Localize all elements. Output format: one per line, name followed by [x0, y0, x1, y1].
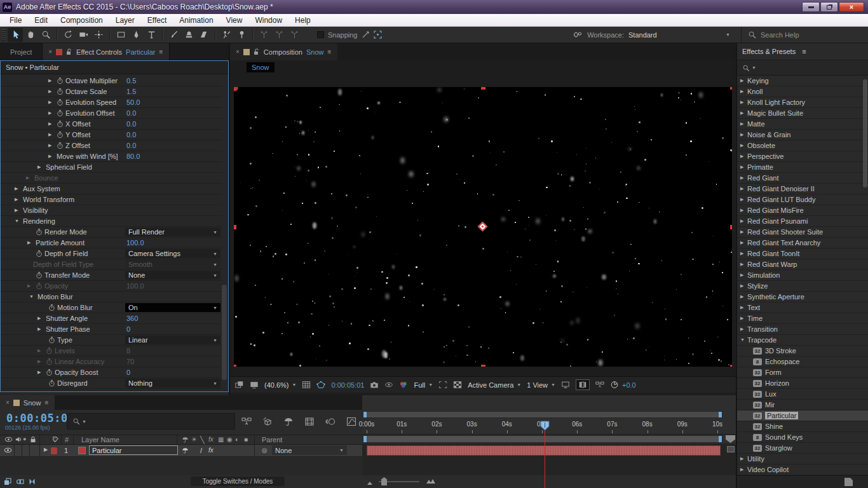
lock-icon[interactable] — [66, 48, 72, 55]
menu-edit[interactable]: Edit — [29, 15, 53, 26]
effects-item-stylize[interactable]: ▶Stylize — [737, 281, 868, 292]
menu-animation[interactable]: Animation — [173, 15, 219, 26]
stopwatch-icon[interactable] — [57, 120, 64, 128]
selection-tool-icon[interactable] — [8, 28, 23, 42]
navigator-start-handle[interactable] — [363, 412, 367, 417]
effects-item-perspective[interactable]: ▶Perspective — [737, 151, 868, 162]
hand-tool-icon[interactable] — [23, 28, 38, 42]
effect-param-shutter-phase[interactable]: ▶Shutter Phase0 — [1, 324, 222, 335]
expand-layer-arrow[interactable]: ▶ — [44, 447, 48, 452]
effect-param-rendering[interactable]: ▼Rendering — [1, 216, 222, 227]
rotation-tool-icon[interactable] — [60, 28, 76, 42]
share-view-icon[interactable] — [561, 381, 570, 389]
param-value[interactable]: 0.0 — [126, 131, 136, 139]
channel-icon[interactable] — [399, 381, 408, 389]
effects-item-red-giant-denoiser-ii[interactable]: ▶Red Giant Denoiser II — [737, 184, 868, 194]
timeline-search-field[interactable]: ▼ — [67, 413, 235, 430]
zoom-slider-handle[interactable] — [381, 477, 387, 485]
collapse-arrow-icon[interactable]: ▼ — [740, 337, 745, 342]
view-camera-dropdown[interactable]: Active Camera▼ — [468, 381, 521, 389]
effect-param-depth-of-field[interactable]: Depth of FieldCamera Settings▼ — [1, 248, 222, 259]
param-value[interactable]: 0.0 — [126, 109, 136, 117]
pixel-aspect-icon[interactable] — [578, 381, 587, 389]
expand-arrow-icon[interactable]: ▶ — [740, 143, 743, 148]
effects-item-red-giant-shooter-suite[interactable]: ▶Red Giant Shooter Suite — [737, 227, 868, 238]
effects-item-noise-grain[interactable]: ▶Noise & Grain — [737, 130, 868, 140]
stopwatch-icon[interactable] — [36, 228, 43, 236]
expand-arrow-icon[interactable]: ▶ — [740, 165, 743, 170]
effects-item-red-giant-toonit[interactable]: ▶Red Giant ToonIt — [737, 248, 868, 259]
param-dropdown[interactable]: Linear▼ — [125, 336, 220, 344]
expand-inout-pane-icon[interactable] — [28, 478, 36, 485]
brush-tool-icon[interactable] — [166, 28, 181, 42]
layer-duration-bar[interactable] — [367, 445, 721, 456]
close-button[interactable]: × — [839, 2, 864, 12]
effects-item-synthetic-aperture[interactable]: ▶Synthetic Aperture — [737, 292, 868, 302]
effects-item-red-giant-text-anarchy[interactable]: ▶Red Giant Text Anarchy — [737, 238, 868, 248]
effects-item-primatte[interactable]: ▶Primatte — [737, 162, 868, 173]
effects-item-starglow[interactable]: 32Starglow — [737, 443, 868, 454]
local-axis-mode-icon[interactable] — [256, 28, 271, 42]
effects-item-red-giant-misfire[interactable]: ▶Red Giant MisFire — [737, 205, 868, 216]
expand-transfer-pane-icon[interactable] — [16, 478, 24, 485]
expand-arrow-icon[interactable]: ▶ — [27, 283, 31, 288]
motion-blur-icon[interactable] — [325, 417, 336, 426]
expand-arrow-icon[interactable]: ▶ — [37, 327, 41, 332]
param-value[interactable]: 0 — [126, 369, 130, 376]
expand-arrow-icon[interactable]: ▶ — [740, 154, 743, 159]
expand-arrow-icon[interactable]: ▶ — [740, 456, 743, 461]
effect-param-y-offset[interactable]: ▶Y Offset0.0 — [1, 130, 222, 140]
menu-window[interactable]: Window — [249, 15, 288, 26]
layer-label-chip[interactable] — [51, 447, 57, 454]
stopwatch-icon[interactable] — [48, 379, 55, 387]
expand-arrow-icon[interactable]: ▶ — [740, 197, 743, 202]
param-dropdown[interactable]: On▼ — [125, 303, 220, 312]
resolution-dropdown[interactable]: Full▼ — [414, 381, 433, 389]
effects-item-horizon[interactable]: 32Horizon — [737, 378, 868, 389]
expand-arrow-icon[interactable]: ▶ — [27, 240, 31, 245]
expand-arrow-icon[interactable]: ▶ — [740, 316, 743, 321]
layer-fx-toggle[interactable]: fx — [208, 447, 214, 454]
effect-param-aux-system[interactable]: ▶Aux System — [1, 184, 222, 194]
effects-item-trapcode[interactable]: ▼Trapcode — [737, 335, 868, 346]
effect-param-linear-accuracy[interactable]: ▶Linear Accuracy70 — [1, 356, 222, 367]
zoom-in-mountain-icon[interactable] — [426, 478, 436, 484]
time-navigator-bar[interactable] — [363, 411, 722, 418]
effects-item-knoll[interactable]: ▶Knoll — [737, 86, 868, 97]
stopwatch-icon[interactable] — [57, 142, 64, 149]
effect-param-shutter-angle[interactable]: ▶Shutter Angle360 — [1, 313, 222, 324]
stopwatch-icon[interactable] — [57, 98, 64, 106]
new-preset-icon[interactable] — [844, 478, 853, 486]
layer-handle[interactable] — [730, 87, 733, 90]
layer-row[interactable]: ▶ 1 Particular / fx ◎ None ▼ — [0, 445, 362, 457]
effects-scrollbar[interactable] — [863, 79, 867, 187]
effect-param-move-with-wind-[interactable]: ▶Move with Wind [%]80.0 — [1, 151, 222, 162]
effects-item-red-giant-psunami[interactable]: ▶Red Giant Psunami — [737, 216, 868, 227]
tab-timeline-snow[interactable]: × Snow ≡ — [0, 395, 55, 410]
param-value[interactable]: 0.0 — [126, 120, 136, 128]
pen-tool-icon[interactable] — [128, 28, 144, 42]
show-snapshot-icon[interactable] — [384, 381, 393, 389]
expand-arrow-icon[interactable]: ▶ — [37, 370, 41, 375]
effect-param-visibility[interactable]: ▶Visibility — [1, 205, 222, 216]
param-value[interactable]: 0 — [126, 325, 130, 333]
effect-param-world-transform[interactable]: ▶World Transform — [1, 194, 222, 205]
expand-arrow-icon[interactable]: ▶ — [15, 186, 18, 191]
comp-mini-flowchart-icon[interactable] — [241, 417, 252, 426]
effect-param-x-offset[interactable]: ▶X Offset0.0 — [1, 119, 222, 130]
param-dropdown[interactable]: Smooth▼ — [125, 260, 220, 269]
shape-tool-icon[interactable] — [113, 28, 128, 42]
expand-arrow-icon[interactable]: ▶ — [37, 348, 41, 353]
comp-marker-bin[interactable] — [726, 435, 735, 443]
stopwatch-icon[interactable] — [57, 88, 64, 95]
roi-icon[interactable] — [438, 381, 447, 389]
expand-layer-pane-icon[interactable] — [4, 478, 12, 485]
effect-param-octave-scale[interactable]: ▶Octave Scale1.5 — [1, 86, 222, 97]
menu-view[interactable]: View — [220, 15, 248, 26]
layer-quality-toggle[interactable]: / — [200, 447, 202, 454]
expand-arrow-icon[interactable]: ▶ — [48, 121, 51, 126]
unified-camera-tool-icon[interactable] — [76, 28, 91, 42]
shy-icon[interactable] — [283, 417, 294, 426]
effect-param-disregard[interactable]: DisregardNothing▼ — [1, 378, 222, 389]
effect-controls-scrollbar[interactable] — [222, 285, 227, 380]
